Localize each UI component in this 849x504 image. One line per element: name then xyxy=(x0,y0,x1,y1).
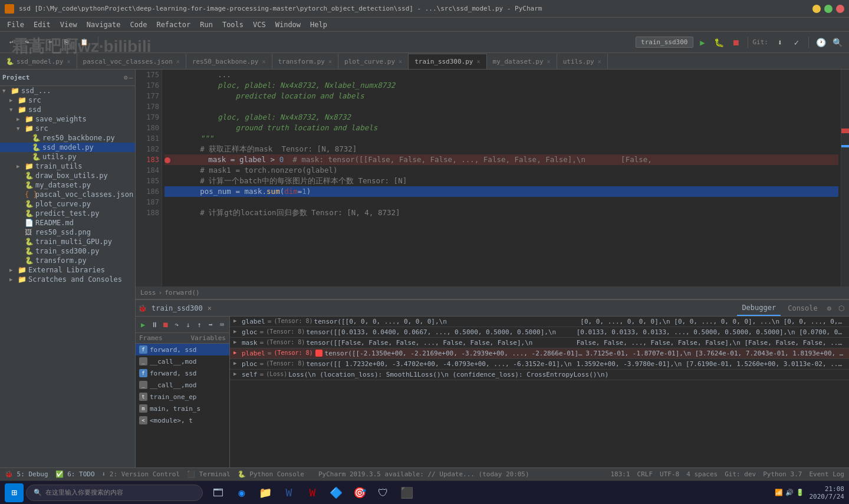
systray-network[interactable]: 📶 xyxy=(775,489,783,496)
debug-button[interactable]: 🐛 xyxy=(712,35,726,50)
taskbar-search[interactable]: 🔍 在这里输入你要搜索的内容 xyxy=(26,485,203,501)
ploc-expand-arrow[interactable]: ▶ xyxy=(233,360,241,366)
taskbar-app8[interactable]: ⬛ xyxy=(396,482,417,503)
code-content[interactable]: ... ploc, plabel: Nx4x8732, Nxlabel_numx… xyxy=(162,70,841,286)
var-row-gloc[interactable]: ▶ gloc = (Tensor: 8) tensor([[0.0133, 0.… xyxy=(230,327,849,338)
tree-ssd-model[interactable]: 🐍 ssd_model.py xyxy=(0,143,135,152)
taskbar-start-button[interactable]: ⊞ xyxy=(5,483,24,502)
toolbar-undo[interactable]: ↩ xyxy=(5,37,18,48)
systray-volume[interactable]: 🔊 xyxy=(785,489,794,496)
tab-ssd-model[interactable]: 🐍 ssd_model.py × xyxy=(0,54,77,69)
debug-step-into[interactable]: ↓ xyxy=(183,318,193,331)
statusbar-debug[interactable]: 🐞 5: Debug xyxy=(5,470,48,478)
tree-src-top[interactable]: ▶ 📁 src xyxy=(0,95,135,105)
systray-battery[interactable]: 🔋 xyxy=(796,489,804,496)
taskbar-app5[interactable]: 🔷 xyxy=(325,482,347,503)
tab-train-close[interactable]: × xyxy=(476,58,480,65)
tab-my-dataset[interactable]: my_dataset.py × xyxy=(487,54,557,69)
taskbar-clock[interactable]: 21:08 2020/7/24 xyxy=(809,485,844,500)
status-event-log[interactable]: Event Log xyxy=(809,470,844,478)
menu-tools[interactable]: Tools xyxy=(218,18,248,31)
menu-edit[interactable]: Edit xyxy=(29,18,55,31)
statusbar-todo[interactable]: ✅ 6: TODO xyxy=(55,470,95,478)
menu-help[interactable]: Help xyxy=(305,18,332,31)
sidebar-close[interactable]: — xyxy=(129,74,133,81)
taskbar-app6[interactable]: 🎯 xyxy=(349,482,370,503)
tab-ssd-model-close[interactable]: × xyxy=(67,58,70,65)
debug-step-out[interactable]: ↑ xyxy=(195,318,205,331)
frame-train-one-ep[interactable]: t train_one_ep xyxy=(136,391,229,403)
code-editor[interactable]: 175 176 177 178 179 180 181 182 183 184 … xyxy=(136,70,849,286)
debug-settings-icon[interactable]: ⚙ xyxy=(825,304,834,312)
mask-expand-arrow[interactable]: ▶ xyxy=(233,339,241,345)
self-expand-arrow[interactable]: ▶ xyxy=(233,371,241,377)
status-spaces[interactable]: 4 spaces xyxy=(686,470,718,478)
taskbar-word[interactable]: W xyxy=(278,482,300,503)
debug-evaluate[interactable]: ⌨ xyxy=(217,318,227,331)
debug-run-to-cursor[interactable]: ➡ xyxy=(206,318,216,331)
statusbar-python-console[interactable]: 🐍 Python Console xyxy=(238,470,304,478)
tree-src-inner[interactable]: ▼ 📁 src xyxy=(0,124,135,133)
debug-stop-btn[interactable]: ⏹ xyxy=(160,318,170,331)
tab-res50-close[interactable]: × xyxy=(262,58,265,65)
var-row-self[interactable]: ▶ self = (Loss) Loss(\n (location_loss):… xyxy=(230,370,849,380)
status-encoding[interactable]: UTF-8 xyxy=(660,470,679,478)
frame-call-mod-1[interactable]: _ __call__,mod xyxy=(136,355,229,367)
tab-utils[interactable]: utils.py × xyxy=(557,54,608,69)
tree-predict-test[interactable]: 🐍 predict_test.py xyxy=(0,209,135,218)
taskbar-app7[interactable]: 🛡 xyxy=(373,482,394,503)
status-crlf[interactable]: CRLF xyxy=(637,470,653,478)
tab-plot-close[interactable]: × xyxy=(399,58,402,65)
tree-train-multi-gpu[interactable]: 🐍 train_multi_GPU.py xyxy=(0,237,135,246)
debug-expand-icon[interactable]: ⬡ xyxy=(836,304,847,312)
tab-mydataset-close[interactable]: × xyxy=(547,58,551,65)
tree-utils[interactable]: 🐍 utils.py xyxy=(0,152,135,162)
var-row-mask[interactable]: ▶ mask = (Tensor: 8) tensor([[False, Fal… xyxy=(230,338,849,348)
tab-pascal-voc[interactable]: pascal_voc_classes.json × xyxy=(77,54,186,69)
tree-readme[interactable]: 📄 README.md xyxy=(0,218,135,228)
debug-resume-btn[interactable]: ▶ xyxy=(138,318,148,331)
tree-external-libs[interactable]: ▶ 📁 External Libraries xyxy=(0,265,135,275)
menu-file[interactable]: File xyxy=(2,18,29,31)
menu-run[interactable]: Run xyxy=(195,18,218,31)
statusbar-terminal[interactable]: ⬛ Terminal xyxy=(187,470,231,478)
frame-forward-ssd-2[interactable]: f forward, ssd xyxy=(136,367,229,379)
tree-plot-curve[interactable]: 🐍 plot_curve.py xyxy=(0,199,135,209)
taskbar-task-view[interactable]: 🗔 xyxy=(208,482,229,503)
var-row-plabel[interactable]: ▶ plabel = (Tensor: 8) tensor([[-2.1350e… xyxy=(230,348,849,359)
debug-step-over[interactable]: ↷ xyxy=(172,318,182,331)
menu-vcs[interactable]: VCS xyxy=(248,18,271,31)
taskbar-files[interactable]: 📁 xyxy=(255,482,276,503)
tree-res50-backbone[interactable]: 🐍 res50_backbone.py xyxy=(0,133,135,143)
menu-window[interactable]: Window xyxy=(271,18,305,31)
tree-pascal-json[interactable]: { } pascal_voc_classes.json xyxy=(0,190,135,199)
history-button[interactable]: 🕐 xyxy=(814,35,828,50)
tab-utils-close[interactable]: × xyxy=(598,58,601,65)
frame-call-mod-2[interactable]: _ __call__,mod xyxy=(136,379,229,391)
git-update[interactable]: ⬇ xyxy=(773,35,787,50)
plabel-expand-arrow[interactable]: ▶ xyxy=(233,350,241,355)
maximize-button[interactable] xyxy=(824,5,832,13)
tree-draw-box[interactable]: 🐍 draw_box_utils.py xyxy=(0,171,135,180)
tab-res50-backbone[interactable]: res50_backbone.py × xyxy=(186,54,272,69)
tree-train-ssd300[interactable]: 🐍 train_ssd300.py xyxy=(0,246,135,256)
close-button[interactable] xyxy=(836,5,844,13)
tab-pascal-close[interactable]: × xyxy=(176,58,180,65)
frame-forward-ssd-1[interactable]: f forward, ssd xyxy=(136,344,229,355)
debug-tab-debugger[interactable]: Debugger xyxy=(737,300,781,316)
toolbar-redo[interactable]: ↪ xyxy=(21,37,34,48)
statusbar-version-control[interactable]: ⬇ 2: Version Control xyxy=(102,470,180,478)
var-row-ploc[interactable]: ▶ ploc = (Tensor: 8) tensor([[ 1.7232e+0… xyxy=(230,359,849,370)
tree-ssd[interactable]: ▼ 📁 ssd xyxy=(0,105,135,114)
tab-plot-curve[interactable]: plot_curve.py × xyxy=(338,54,409,69)
tree-train-utils[interactable]: ▶ 📁 train_utils xyxy=(0,162,135,171)
debug-pause-btn[interactable]: ⏸ xyxy=(149,318,159,331)
search-everywhere[interactable]: 🔍 xyxy=(830,35,844,50)
frame-module[interactable]: < <module>, t xyxy=(136,414,229,426)
tab-transform[interactable]: transform.py × xyxy=(272,54,339,69)
tree-scratches[interactable]: ▶ 📁 Scratches and Consoles xyxy=(0,275,135,284)
run-config-dropdown[interactable]: train_ssd300 xyxy=(636,37,693,48)
taskbar-wps[interactable]: W xyxy=(302,482,323,503)
menu-view[interactable]: View xyxy=(55,18,82,31)
menu-refactor[interactable]: Refactor xyxy=(152,18,195,31)
